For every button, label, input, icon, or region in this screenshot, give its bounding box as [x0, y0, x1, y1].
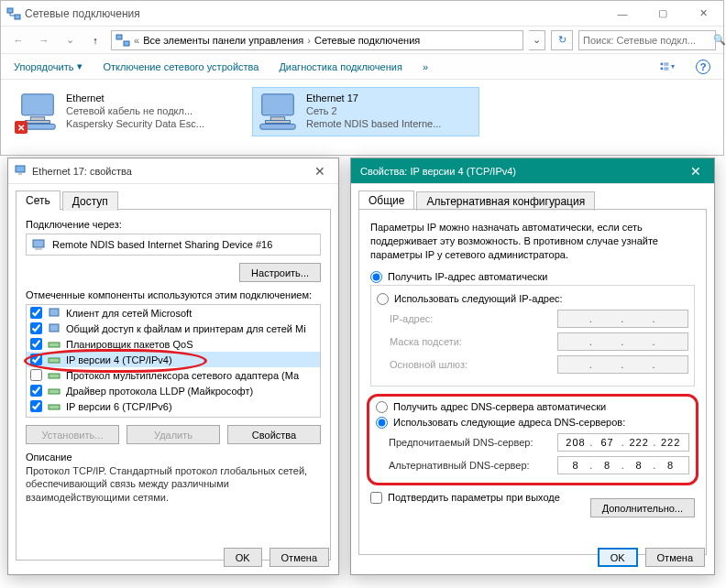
component-checkbox[interactable] [30, 322, 42, 334]
back-button[interactable]: ← [8, 30, 28, 50]
install-button[interactable]: Установить... [26, 425, 119, 444]
ip-auto-label: Получить IP-адрес автоматически [388, 271, 547, 282]
component-checkbox[interactable] [30, 307, 42, 319]
refresh-button[interactable]: ↻ [551, 30, 573, 50]
octet[interactable]: 222 [627, 437, 651, 448]
connection-item-ethernet[interactable]: ✕ Ethernet Сетевой кабель не подкл... Ka… [12, 87, 239, 136]
confirm-on-exit-checkbox[interactable] [370, 492, 382, 504]
breadcrumb-sep: « [134, 35, 139, 46]
dns-alternate-label: Альтернативный DNS-сервер: [389, 460, 552, 471]
connection-name: Ethernet 17 [306, 93, 441, 105]
cancel-button[interactable]: Отмена [270, 548, 329, 567]
ip-auto-radio-row[interactable]: Получить IP-адрес автоматически [370, 271, 695, 283]
svg-rect-27 [49, 389, 60, 394]
octet[interactable]: 67 [596, 437, 620, 448]
protocol-icon [48, 354, 60, 366]
breadcrumb-current[interactable]: Сетевые подключения [314, 35, 420, 46]
ip-auto-radio[interactable] [370, 271, 382, 283]
dns-alternate-input[interactable]: 8. 8. 8. 8 [557, 456, 689, 474]
ip-manual-radio[interactable] [377, 293, 389, 305]
ip-note: Параметры IP можно назначать автоматичес… [370, 221, 695, 262]
connections-list: ✕ Ethernet Сетевой кабель не подкл... Ka… [1, 80, 723, 144]
connection-device: Remote NDIS based Interne... [306, 118, 441, 131]
tab-network[interactable]: Сеть [16, 191, 60, 210]
svg-rect-12 [26, 121, 50, 124]
component-label: IP версии 4 (TCP/IPv4) [66, 354, 172, 365]
breadcrumb-root[interactable]: Все элементы панели управления [143, 35, 303, 46]
dialog-title: Свойства: IP версии 4 (TCP/IPv4) [357, 166, 683, 177]
search-input[interactable] [583, 35, 710, 46]
configure-button[interactable]: Настроить... [239, 263, 321, 282]
network-connections-window: Сетевые подключения — ▢ ✕ ← → ⌄ ↑ « Все … [0, 0, 724, 156]
dialog-close-button[interactable]: ✕ [683, 164, 709, 179]
octet[interactable]: 8 [659, 460, 683, 471]
octet[interactable]: 8 [627, 460, 651, 471]
component-row-ipv4: IP версии 4 (TCP/IPv4) [27, 352, 320, 367]
diagnose-label: Диагностика подключения [279, 61, 402, 72]
tab-access[interactable]: Доступ [62, 191, 118, 211]
ip-manual-radio-row[interactable]: Использовать следующий IP-адрес: [377, 293, 688, 305]
search-box[interactable]: 🔍 [578, 30, 716, 50]
titlebar: Сетевые подключения — ▢ ✕ [1, 1, 723, 27]
component-properties-button[interactable]: Свойства [227, 425, 321, 444]
component-label: Протокол мультиплексора сетевого адаптер… [66, 370, 299, 381]
ok-button[interactable]: OK [224, 548, 262, 567]
maximize-button[interactable]: ▢ [643, 1, 683, 27]
disable-device-cmd[interactable]: Отключение сетевого устройства [103, 61, 258, 72]
dns-manual-radio[interactable] [376, 417, 388, 429]
component-checkbox[interactable] [30, 354, 42, 365]
octet[interactable]: 208 [564, 437, 588, 448]
connection-status: Сеть 2 [306, 105, 441, 118]
octet[interactable]: 8 [564, 460, 588, 471]
connection-icon [257, 92, 299, 132]
component-checkbox[interactable] [30, 369, 42, 381]
dns-auto-radio[interactable] [376, 401, 388, 413]
octet[interactable]: 222 [659, 437, 683, 448]
connection-text: Ethernet 17 Сеть 2 Remote NDIS based Int… [306, 92, 441, 132]
component-checkbox[interactable] [30, 385, 42, 397]
dns-preferred-input[interactable]: 208. 67. 222. 222 [557, 433, 689, 452]
ok-button[interactable]: OK [598, 548, 638, 567]
svg-rect-23 [50, 324, 59, 332]
protocol-icon [48, 369, 60, 382]
advanced-button[interactable]: Дополнительно... [590, 498, 695, 517]
more-cmd[interactable]: » [423, 61, 428, 72]
diagnose-cmd[interactable]: Диагностика подключения [279, 61, 402, 72]
svg-rect-3 [124, 41, 129, 46]
tab-general[interactable]: Общие [358, 191, 414, 210]
subnet-mask-row: Маска подсети: ... [390, 332, 688, 351]
uninstall-button[interactable]: Удалить [126, 425, 220, 444]
close-button[interactable]: ✕ [683, 1, 723, 27]
svg-rect-14 [262, 94, 294, 115]
octet[interactable]: 8 [596, 460, 620, 471]
help-button[interactable]: ? [696, 60, 710, 74]
share-icon [48, 322, 60, 335]
forward-button[interactable]: → [34, 30, 54, 50]
organize-menu[interactable]: Упорядочить ▾ [14, 60, 82, 72]
cancel-button[interactable]: Отмена [645, 548, 705, 567]
dialog-close-button[interactable]: ✕ [307, 164, 333, 179]
up-button[interactable]: ↑ [85, 30, 105, 50]
recent-button[interactable]: ⌄ [60, 30, 80, 50]
tab-alternative[interactable]: Альтернативная конфигурация [416, 191, 595, 211]
client-icon [48, 307, 60, 320]
minimize-button[interactable]: — [602, 1, 643, 27]
component-row: IP версии 6 (TCP/IPv6) [27, 398, 320, 414]
dns-manual-radio-row[interactable]: Использовать следующие адреса DNS-сервер… [376, 417, 689, 429]
breadcrumb-dropdown[interactable]: ⌄ [529, 30, 545, 50]
component-checkbox[interactable] [30, 338, 42, 350]
component-label: IP версии 6 (TCP/IPv6) [66, 401, 172, 412]
connection-item-ethernet17[interactable]: Ethernet 17 Сеть 2 Remote NDIS based Int… [252, 87, 479, 136]
svg-rect-22 [50, 309, 59, 316]
tab-body-general: Параметры IP можно назначать автоматичес… [358, 209, 707, 555]
component-row: Планировщик пакетов QoS [27, 336, 320, 352]
components-list[interactable]: Клиент для сетей Microsoft Общий доступ … [26, 304, 321, 418]
ipv4-properties-dialog: Свойства: IP версии 4 (TCP/IPv4) ✕ Общие… [350, 158, 715, 575]
view-mode-button[interactable]: ▾ [659, 59, 676, 75]
component-label: Общий доступ к файлам и принтерам для се… [66, 323, 306, 334]
dns-auto-radio-row[interactable]: Получить адрес DNS-сервера автоматически [376, 401, 689, 413]
component-checkbox[interactable] [30, 400, 42, 412]
svg-rect-9 [664, 69, 668, 70]
breadcrumb[interactable]: « Все элементы панели управления › Сетев… [111, 30, 523, 50]
protocol-icon [48, 400, 60, 413]
